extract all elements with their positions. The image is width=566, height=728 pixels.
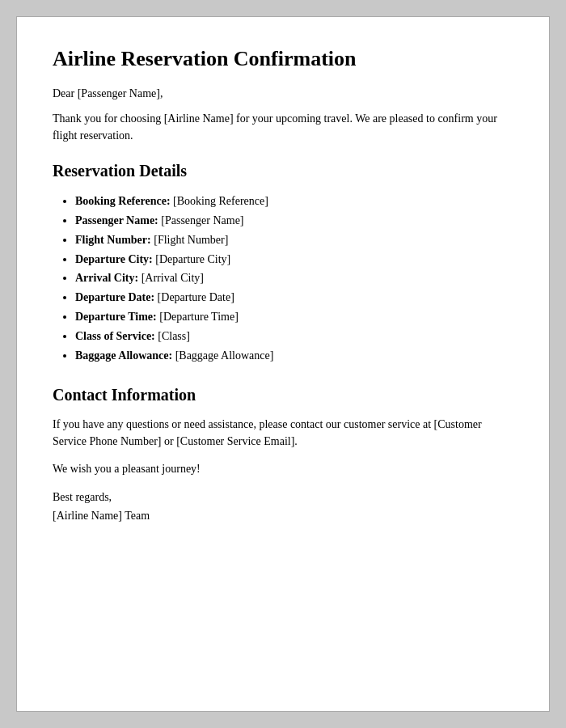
greeting-text: Dear [Passenger Name], — [53, 87, 513, 100]
list-item: Flight Number: [Flight Number] — [75, 231, 513, 250]
document-title: Airline Reservation Confirmation — [53, 46, 513, 71]
document-container: Airline Reservation Confirmation Dear [P… — [16, 16, 550, 712]
intro-paragraph: Thank you for choosing [Airline Name] fo… — [53, 110, 513, 144]
list-item: Passenger Name: [Passenger Name] — [75, 211, 513, 231]
best-regards-line2: [Airline Name] Team — [53, 510, 150, 522]
reservation-details-list: Booking Reference: [Booking Reference]Pa… — [75, 192, 513, 365]
list-item: Class of Service: [Class] — [75, 327, 513, 346]
pleasant-journey-text: We wish you a pleasant journey! — [53, 463, 513, 476]
list-item: Arrival City: [Arrival City] — [75, 269, 513, 288]
list-item: Baggage Allowance: [Baggage Allowance] — [75, 346, 513, 366]
list-item: Departure Time: [Departure Time] — [75, 307, 513, 327]
contact-paragraph: If you have any questions or need assist… — [53, 416, 513, 450]
list-item: Booking Reference: [Booking Reference] — [75, 192, 513, 211]
reservation-section-heading: Reservation Details — [53, 162, 513, 180]
best-regards-block: Best regards, [Airline Name] Team — [53, 489, 513, 525]
best-regards-line1: Best regards, — [53, 491, 112, 503]
list-item: Departure City: [Departure City] — [75, 250, 513, 269]
list-item: Departure Date: [Departure Date] — [75, 288, 513, 307]
contact-section-heading: Contact Information — [53, 386, 513, 404]
